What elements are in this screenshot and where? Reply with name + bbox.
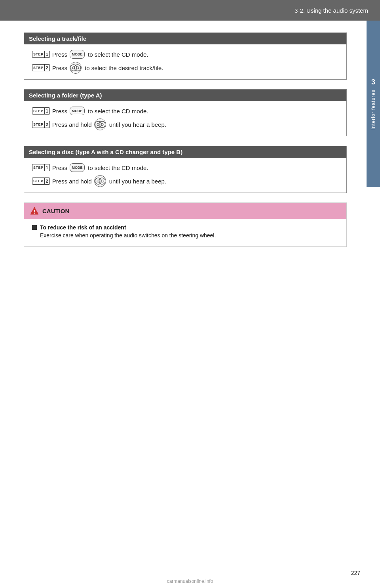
seek-button-icon xyxy=(94,118,106,130)
step-1-text-after: to select the CD mode. xyxy=(88,108,148,115)
seek-button-icon xyxy=(94,175,106,187)
step-2-text-before: Press xyxy=(52,65,67,71)
step-badge-1: STEP 1 xyxy=(32,107,50,115)
step-row: STEP 1 Press MODE to select the CD mode. xyxy=(32,50,338,59)
step-row: STEP 1 Press MODE to select the CD mode. xyxy=(32,163,338,172)
section-disc-type-b-body: STEP 1 Press MODE to select the CD mode.… xyxy=(24,158,346,193)
step-1-text-after: to select the CD mode. xyxy=(88,164,148,171)
section-folder-type-a-header: Selecting a folder (type A) xyxy=(24,90,346,101)
section-track-file-header: Selecting a track/file xyxy=(24,33,346,44)
sidebar-label: Interior features xyxy=(370,90,376,130)
caution-item: To reduce the risk of an accident Exerci… xyxy=(32,224,338,239)
main-content: Selecting a track/file STEP 1 Press MODE… xyxy=(0,21,367,259)
sidebar-chapter-number: 3 xyxy=(371,78,375,86)
step-badge-2: STEP 2 xyxy=(32,178,50,185)
caution-label: CAUTION xyxy=(42,208,69,214)
svg-point-2 xyxy=(74,65,81,71)
step-badge-1: STEP 1 xyxy=(32,51,50,58)
right-sidebar: 3 Interior features xyxy=(367,21,380,187)
section-track-file: Selecting a track/file STEP 1 Press MODE… xyxy=(24,32,347,80)
section-folder-type-a-body: STEP 1 Press MODE to select the CD mode.… xyxy=(24,101,346,136)
caution-bullet-icon xyxy=(32,225,37,230)
caution-item-title: To reduce the risk of an accident xyxy=(32,224,338,231)
mode-button-icon: MODE xyxy=(70,50,85,59)
caution-triangle-icon: ! xyxy=(30,206,39,216)
step-2-text-before: Press and hold xyxy=(52,178,92,185)
step-row: STEP 2 Press and hold until you hear a b… xyxy=(32,118,338,130)
step-badge-1: STEP 1 xyxy=(32,164,50,171)
svg-point-10 xyxy=(99,178,105,184)
step-badge-2: STEP 2 xyxy=(32,121,50,128)
step-2-text-after: to select the desired track/file. xyxy=(85,65,163,71)
step-1-text-after: to select the CD mode. xyxy=(88,51,148,58)
watermark: carmanualsonline.info xyxy=(0,578,380,584)
step-1-text-before: Press xyxy=(52,51,67,58)
page-title: 3-2. Using the audio system xyxy=(294,7,368,14)
svg-point-6 xyxy=(99,121,105,128)
svg-point-0 xyxy=(70,65,77,71)
step-badge-2: STEP 2 xyxy=(32,64,50,71)
caution-box: ! CAUTION To reduce the risk of an accid… xyxy=(24,202,347,247)
caution-body: To reduce the risk of an accident Exerci… xyxy=(24,219,346,246)
seek-button-icon xyxy=(70,62,82,74)
caution-header: ! CAUTION xyxy=(24,203,346,219)
section-track-file-body: STEP 1 Press MODE to select the CD mode.… xyxy=(24,44,346,79)
step-2-text-after: until you hear a beep. xyxy=(109,121,166,128)
svg-text:!: ! xyxy=(34,209,35,215)
section-folder-type-a: Selecting a folder (type A) STEP 1 Press… xyxy=(24,89,347,136)
svg-point-8 xyxy=(95,178,101,184)
caution-item-text: Exercise care when operating the audio s… xyxy=(32,232,338,239)
page-number: 227 xyxy=(351,570,360,576)
mode-button-icon: MODE xyxy=(70,107,85,115)
mode-button-icon: MODE xyxy=(70,163,85,172)
section-disc-type-b: Selecting a disc (type A with a CD chang… xyxy=(24,146,347,193)
step-2-text-before: Press and hold xyxy=(52,121,92,128)
step-row: STEP 1 Press MODE to select the CD mode. xyxy=(32,107,338,115)
top-bar: 3-2. Using the audio system xyxy=(0,0,380,21)
step-row: STEP 2 Press and hold until you hear a b… xyxy=(32,175,338,187)
step-row: STEP 2 Press to select the desired track… xyxy=(32,62,338,74)
step-1-text-before: Press xyxy=(52,108,67,115)
section-disc-type-b-header: Selecting a disc (type A with a CD chang… xyxy=(24,146,346,158)
svg-point-4 xyxy=(95,121,101,128)
step-2-text-after: until you hear a beep. xyxy=(109,178,166,185)
step-1-text-before: Press xyxy=(52,164,67,171)
